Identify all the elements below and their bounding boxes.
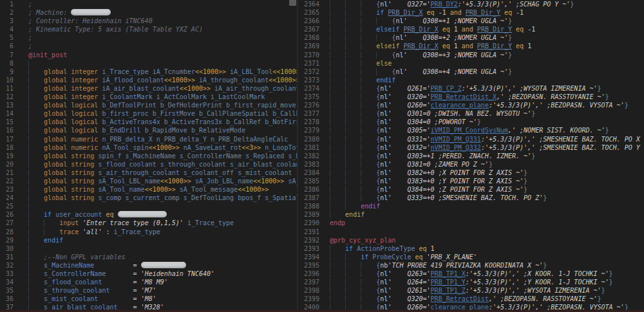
code-text[interactable]: input 'Enter trace type (0,1,5)' i_Trace… [14,219,297,227]
code-line[interactable]: 36 s_mist_coolant = 'M8' [0,295,297,303]
editor-pane-left[interactable]: 1;2; Machine: 3; Controller: Heidenhain … [0,0,297,312]
code-line[interactable]: 8 [0,59,297,68]
code-line[interactable]: 2382 {nl' Q303=+1 ;PERED. ZNACH. IZMER. … [298,152,644,160]
code-text[interactable]: if ProbeCycle eq 'PRB_X_PLANE' [319,253,644,261]
code-line[interactable]: 2371 else [298,59,644,68]
code-line[interactable]: 2374 {nl' Q261='PRB_CP_Z:'+5.3/3(P)',' ;… [298,84,644,93]
code-text[interactable]: ; [14,0,297,8]
code-text[interactable]: s_MachineName = [14,261,297,270]
code-text[interactable]: global logical b_EndDrill b_RapidMove b_… [14,126,297,134]
code-text[interactable]: {nl' Q260='clearance_plane:'+5.3/3(P)','… [319,101,644,109]
code-text[interactable]: s_ControllerName = 'Heidenhain TNC640' [14,270,297,278]
code-line[interactable]: 2384 {nl' Q382=+0 ;X POINT FOR Z AXIS ~'… [298,169,644,177]
code-line[interactable]: 21 global string s_air_through_coolant s… [0,169,297,177]
code-line[interactable]: 7@init_post [0,51,297,59]
code-text[interactable]: global string s_flood_coolant s_through_… [14,160,297,169]
code-text[interactable]: global string sA_Tool_name<<1000>> sA_To… [14,185,297,194]
code-line[interactable]: 2375 {nl' Q320='PRB_RetractDist_X,' ;BEZ… [298,93,644,101]
code-line[interactable]: 2378 {nl' Q304=0 ;POWOROT ~'} [298,118,644,126]
code-text[interactable]: {nl' Q320='PRB_RetractDist,' ;BEZOPASN. … [319,295,644,303]
code-text[interactable] [14,59,297,68]
code-line[interactable]: 14 global logical b_first_proc b_FirstMo… [0,109,297,118]
code-line[interactable]: 2369 elseif PRB_Dir_X eq 1 and PRB_Dir_Y… [298,42,644,50]
code-line[interactable]: 2394 if ProbeCycle eq 'PRB_X_PLANE' [298,253,644,261]
code-text[interactable]: global logical b_first_proc b_FirstMove … [14,109,297,118]
code-line[interactable]: 2376 {nl' Q260='clearance_plane:'+5.3/3(… [298,101,644,109]
code-text[interactable] [319,228,644,236]
code-text[interactable]: endif [319,210,644,219]
code-line[interactable]: 2373 endif [298,76,644,84]
code-line[interactable]: 31 ;--Non GPPL variables [0,253,297,261]
editor-pane-right[interactable]: 2364 {nl' Q327='PRB_DY2:'+5.3/3(P)',' ;S… [298,0,644,312]
code-line[interactable]: 2392@prb_cyc_xyz_plan [298,236,644,244]
code-text[interactable]: s_through_coolant = 'M7' [14,286,297,295]
code-line[interactable]: 2372 {nl' Q308=+4 ;NOMER UGLA ~'} [298,68,644,76]
code-line[interactable]: 13 global logical b_DefToolPrint b_DefHo… [0,101,297,109]
code-line[interactable]: 17 global numeric n_PRB_delta_X n_PRB_de… [0,135,297,143]
code-text[interactable]: {nb'TCH PROBE 419 PRIVIAZKA KOORDINATA X… [319,261,644,270]
code-line[interactable]: 4; Kinematic Type: 5 axis (Table Table Y… [0,25,297,33]
code-line[interactable]: 12 global integer i_CoolantMark i_ActCoo… [0,93,297,101]
code-line[interactable]: 1; [0,0,297,8]
code-line[interactable]: 24 global string s_comp s_current_comp s… [0,194,297,202]
code-line[interactable]: 2388 endif [298,202,644,210]
code-line[interactable]: 2380 {nl' Q331='nVMID_PM_Q331:'+5.3/3(P)… [298,135,644,143]
code-text[interactable]: if ActionProbeType eq 1 [319,244,644,253]
code-text[interactable]: global string spin_f s_MachineName s_Con… [14,152,297,160]
code-text[interactable]: {nl' Q301=0 ;DWISH. NA BEZ. WYSOTU ~'} [319,109,644,118]
code-line[interactable]: 34 s_flood_coolant = 'M8 M9' [0,278,297,286]
code-text[interactable]: global string sA_Tool_LBL_name<<1000>> s… [14,177,297,185]
code-line[interactable]: 2399 {nl' Q320='PRB_RetractDist,' ;BEZOP… [298,295,644,303]
code-text[interactable] [14,202,297,210]
code-text[interactable]: {nl' Q303=+1 ;PERED. ZNACH. IZMER. ~'} [319,152,644,160]
code-text[interactable]: global integer i_Trace_type iA_Tcnumber<… [14,68,297,76]
code-line[interactable]: 16 global logical b_EndDrill b_RapidMove… [0,126,297,134]
code-line[interactable]: 28 trace 'all' : i_Trace_type [0,228,297,236]
code-line[interactable]: 11 global integer iA_air_blast_coolant<<… [0,84,297,93]
code-text[interactable]: {nl' Q320='PRB_RetractDist_X,' ;BEZOPASN… [319,93,644,101]
code-text[interactable]: ; [14,42,297,50]
code-line[interactable]: 2385 {nl' Q383=+0 ;Y POINT FOR Z AXIS ~'… [298,177,644,185]
code-line[interactable]: 30 [0,244,297,253]
code-line[interactable]: 2387 {nl' Q333=+0 ;SMESHENIE BAZ. TOCH. … [298,194,644,202]
code-text[interactable]: {nl' Q308=+2 ;NOMER UGLA ~'} [319,33,644,42]
code-text[interactable]: ;--Non GPPL variables [14,253,297,261]
code-line[interactable]: 3; Controller: Heidenhain iTNC640 [0,17,297,25]
code-line[interactable]: 2370 {nl' Q308=+3 ;NOMER UGLA ~'} [298,51,644,59]
code-text[interactable]: {nl' Q308=+3 ;NOMER UGLA ~'} [319,51,644,59]
code-text[interactable]: elseif PRB_Dir_X eq 1 and PRB_Dir_Y eq -… [319,25,644,33]
code-text[interactable]: s_mist_coolant = 'M8' [14,295,297,303]
code-line[interactable]: 2366 {nl' Q308=+1 ;NOMER UGLA ~'} [298,17,644,25]
code-line[interactable]: 2377 {nl' Q301=0 ;DWISH. NA BEZ. WYSOTU … [298,109,644,118]
code-text[interactable]: {nl' Q381=0 ;ZAMER PO Z ~'} [319,160,644,169]
code-line[interactable]: 2386 {nl' Q384=+0 ;Z POINT FOR Z AXIS ~'… [298,185,644,194]
code-line[interactable]: 2; Machine: [0,8,297,17]
code-text[interactable]: {nl' Q333=+0 ;SMESHENIE BAZ. TOCH. PO Z'… [319,194,644,202]
code-text[interactable]: {nl' Q261='PRB_TP1_Z:'+5.3/3(P)',' ;WYSO… [319,286,644,295]
code-text[interactable]: ; [14,33,297,42]
code-line[interactable]: 9 global integer i_Trace_type iA_Tcnumbe… [0,68,297,76]
code-text[interactable]: s_flood_coolant = 'M8 M9' [14,278,297,286]
code-text[interactable]: {nl' Q327='PRB_DY2:'+5.3/3(P)',' ;SCHAG … [319,0,644,8]
code-text[interactable]: @init_post [14,51,297,59]
code-text[interactable]: {nl' Q332='nVMID_PM_Q332:'+5.3/3(P)',' ;… [319,143,644,152]
code-line[interactable]: 2397 {nl' Q264='PRB_TP1_Y:'+5.3/3(P)',' … [298,278,644,286]
code-line[interactable]: 2389 endif [298,210,644,219]
code-line[interactable]: 2364 {nl' Q327='PRB_DY2:'+5.3/3(P)',' ;S… [298,0,644,8]
code-text[interactable]: ; Kinematic Type: 5 axis (Table Table YX… [14,25,297,33]
code-line[interactable]: 32 s_MachineName = [0,261,297,270]
code-text[interactable]: {nl' Q304=0 ;POWOROT ~'} [319,118,644,126]
code-text[interactable]: {nl' Q308=+4 ;NOMER UGLA ~'} [319,68,644,76]
code-text[interactable]: @prb_cyc_xyz_plan [319,236,644,244]
code-text[interactable]: {nl' Q264='PRB_TP1_Y:'+5.3/3(P)',' ;Y KO… [319,278,644,286]
code-line[interactable]: 2365 if PRB_Dir_X eq -1 and PRB_Dir_Y eq… [298,8,644,17]
code-line[interactable]: 2383 {nl' Q381=0 ;ZAMER PO Z ~'} [298,160,644,169]
code-line[interactable]: 2367 elseif PRB_Dir_X eq 1 and PRB_Dir_Y… [298,25,644,33]
code-line[interactable]: 10 global integer iA_flood_coolant<<1000… [0,76,297,84]
code-text[interactable]: endp [319,219,644,227]
code-line[interactable]: 2393 if ActionProbeType eq 1 [298,244,644,253]
code-text[interactable]: ; Machine: [14,8,297,17]
code-text[interactable]: if user_account eq [14,210,297,219]
code-line[interactable]: 2390endp [298,219,644,227]
code-line[interactable]: 33 s_ControllerName = 'Heidenhain TNC640… [0,270,297,278]
